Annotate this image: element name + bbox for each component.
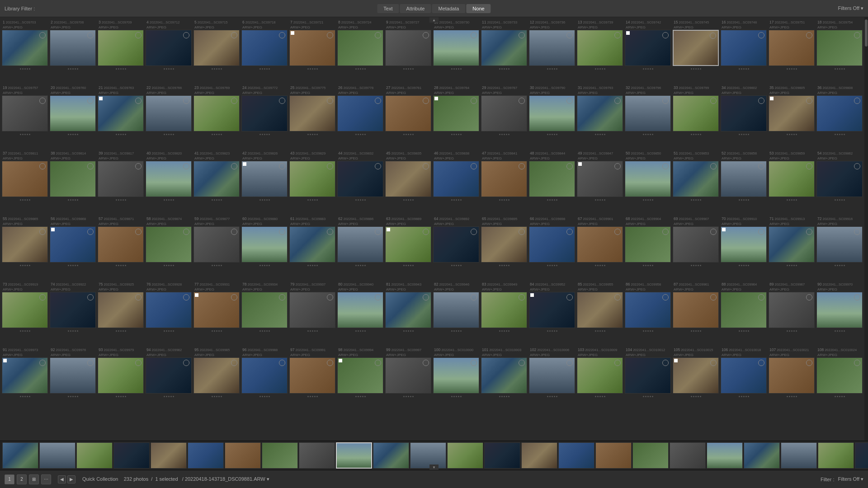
thumbnail-cell[interactable]: 12 2022041...SC09736 ARW+JPEG <box>528 18 576 84</box>
thumb-select-circle[interactable] <box>231 294 237 300</box>
thumb-select-circle[interactable] <box>375 163 381 169</box>
filmstrip-thumb[interactable] <box>707 442 743 469</box>
thumbnail-cell[interactable]: 51 2022041...SC09853 ARW+JPEG <box>672 149 720 215</box>
view-survey-button[interactable]: ⋯ <box>41 474 51 484</box>
thumb-image[interactable] <box>146 161 192 197</box>
thumbnail-cell[interactable]: 33 2022041...SC09799 ARW+JPEG <box>672 84 720 149</box>
thumbnail-cell[interactable]: 39 2022041...SC09817 ARW+JPEG <box>97 149 145 215</box>
thumbnail-cell[interactable]: 50 2022041...SC09850 ARW+JPEG <box>624 149 672 215</box>
thumb-image[interactable] <box>98 30 144 66</box>
thumb-select-circle[interactable] <box>279 294 285 300</box>
thumbnail-cell[interactable]: 97 2022041...SC09991 ARW+JPEG <box>288 346 336 411</box>
thumb-image[interactable] <box>241 357 288 394</box>
thumbnail-cell[interactable]: 79 2022041...SC09937 ARW+JPEG <box>288 280 336 346</box>
view-loupe-button[interactable]: 2 <box>17 474 27 484</box>
thumbnail-cell[interactable]: 93 2022041...SC09979 ARW+JPEG <box>97 346 145 411</box>
thumb-image[interactable] <box>769 95 815 131</box>
thumbnail-cell[interactable]: 24 2022041...SC09772 ARW+JPEG <box>241 84 288 149</box>
thumb-select-circle[interactable] <box>614 163 621 169</box>
thumb-image[interactable] <box>721 357 767 394</box>
thumb-image[interactable] <box>721 95 767 131</box>
tab-none[interactable]: None <box>466 4 491 13</box>
filmstrip-thumb[interactable] <box>373 442 409 469</box>
filmstrip-thumb[interactable] <box>818 442 854 469</box>
thumbnail-cell[interactable]: 2 2022041...SC09706 ARW+JPEG <box>49 18 97 84</box>
thumbnail-cell[interactable]: 100 2022041...SC010000 ARW+JPEG <box>432 346 480 411</box>
thumb-select-circle[interactable] <box>614 229 621 235</box>
thumb-select-circle[interactable] <box>662 163 669 169</box>
thumbnail-cell[interactable]: 72 2022041...SC09916 ARW+JPEG <box>816 215 863 280</box>
thumb-select-circle[interactable] <box>135 294 142 300</box>
thumbnail-cell[interactable]: 20 2022041...SC09760 ARW+JPEG <box>49 84 97 149</box>
thumb-image[interactable] <box>577 226 623 263</box>
thumb-select-circle[interactable] <box>758 229 764 235</box>
thumb-image[interactable] <box>577 161 623 197</box>
thumb-image[interactable] <box>816 357 863 394</box>
thumb-image[interactable] <box>98 161 144 197</box>
thumb-image[interactable] <box>289 161 335 197</box>
thumbnail-cell[interactable]: 107 2022041...SC010021 ARW+JPEG <box>768 346 816 411</box>
filmstrip-thumb[interactable] <box>781 442 817 469</box>
thumb-image[interactable] <box>529 95 575 131</box>
thumbnail-cell[interactable]: 25 2022041...SC09775 ARW+JPEG <box>288 84 336 149</box>
thumb-select-circle[interactable] <box>614 98 621 104</box>
thumb-select-circle[interactable] <box>471 229 477 235</box>
filmstrip-thumb[interactable] <box>151 442 187 469</box>
thumb-image[interactable] <box>50 226 96 263</box>
thumb-image[interactable] <box>577 357 623 394</box>
thumbnail-cell[interactable]: 61 2022041...SC09883 ARW+JPEG <box>288 215 336 280</box>
scrollbar-thumb[interactable] <box>865 19 868 47</box>
thumb-image[interactable] <box>481 95 527 131</box>
thumb-select-circle[interactable] <box>806 32 812 38</box>
thumbnail-cell[interactable]: 69 2022041...SC09907 ARW+JPEG <box>672 215 720 280</box>
filmstrip-thumb[interactable] <box>299 442 335 469</box>
thumb-select-circle[interactable] <box>758 32 764 38</box>
thumbnail-cell[interactable]: 32 2022041...SC09796 ARW+JPEG <box>624 84 672 149</box>
thumb-image[interactable] <box>529 292 575 328</box>
thumb-image[interactable] <box>625 357 671 394</box>
thumbnail-cell[interactable]: 108 2022041...SC010024 ARW+JPEG <box>816 346 863 411</box>
thumbnail-cell[interactable]: 101 2022041...SC010003 ARW+JPEG <box>480 346 528 411</box>
thumb-select-circle[interactable] <box>423 163 429 169</box>
thumb-select-circle[interactable] <box>39 32 46 38</box>
thumb-image[interactable] <box>625 226 671 263</box>
thumbnail-cell[interactable]: 74 2022041...SC09922 ARW+JPEG <box>49 280 97 346</box>
thumb-select-circle[interactable] <box>375 229 381 235</box>
thumb-select-circle[interactable] <box>758 360 764 366</box>
thumbnail-cell[interactable]: 30 2022041...SC09790 ARW+JPEG <box>528 84 576 149</box>
thumb-select-circle[interactable] <box>87 163 94 169</box>
thumbnail-cell[interactable]: 26 2022041...SC09778 ARW+JPEG <box>336 84 384 149</box>
thumbnail-cell[interactable]: 83 2022041...SC09949 ARW+JPEG <box>480 280 528 346</box>
thumb-select-circle[interactable] <box>519 229 525 235</box>
thumb-image[interactable] <box>433 226 479 263</box>
thumbnail-cell[interactable]: 23 2022041...SC09769 ARW+JPEG <box>193 84 241 149</box>
thumbnail-cell[interactable]: 5 2022041...SC09715 ARW+JPEG <box>193 18 241 84</box>
thumb-image[interactable] <box>241 161 288 197</box>
thumbnail-cell[interactable]: 17 2022041...SC09751 ARW+JPEG <box>768 18 816 84</box>
thumb-image[interactable] <box>673 357 719 394</box>
thumbnail-cell[interactable]: 76 2022041...SC09928 ARW+JPEG <box>145 280 193 346</box>
thumbnail-cell[interactable]: 70 2022041...SC09910 ARW+JPEG <box>720 215 768 280</box>
thumb-select-circle[interactable] <box>566 360 573 366</box>
thumb-select-circle[interactable] <box>710 98 717 104</box>
thumb-image[interactable] <box>433 95 479 131</box>
thumb-select-circle[interactable] <box>327 294 333 300</box>
thumb-image[interactable] <box>98 292 144 328</box>
thumbnail-cell[interactable]: 105 2022041...SC010015 ARW+JPEG <box>672 346 720 411</box>
thumb-select-circle[interactable] <box>423 294 429 300</box>
thumbnail-cell[interactable]: 91 2022041...SC09973 ARW+JPEG <box>1 346 49 411</box>
thumbnail-cell[interactable]: 60 2022041...SC09880 ARW+JPEG <box>241 215 288 280</box>
thumb-select-circle[interactable] <box>423 32 429 38</box>
thumbnail-cell[interactable]: 77 2022041...SC09931 ARW+JPEG <box>193 280 241 346</box>
thumbnail-cell[interactable]: 81 2022041...SC09943 ARW+JPEG <box>384 280 432 346</box>
thumb-select-circle[interactable] <box>710 360 717 366</box>
thumb-image[interactable] <box>2 357 48 394</box>
thumb-select-circle[interactable] <box>662 229 669 235</box>
thumbnail-cell[interactable]: 52 2022041...SC09856 ARW+JPEG <box>720 149 768 215</box>
thumb-image[interactable] <box>337 161 383 197</box>
filmstrip-thumb[interactable] <box>670 442 706 469</box>
thumb-image[interactable] <box>577 292 623 328</box>
thumb-image[interactable] <box>625 30 671 66</box>
thumbnail-cell[interactable]: 34 2022041...SC09802 ARW+JPEG <box>720 84 768 149</box>
thumb-image[interactable] <box>337 95 383 131</box>
